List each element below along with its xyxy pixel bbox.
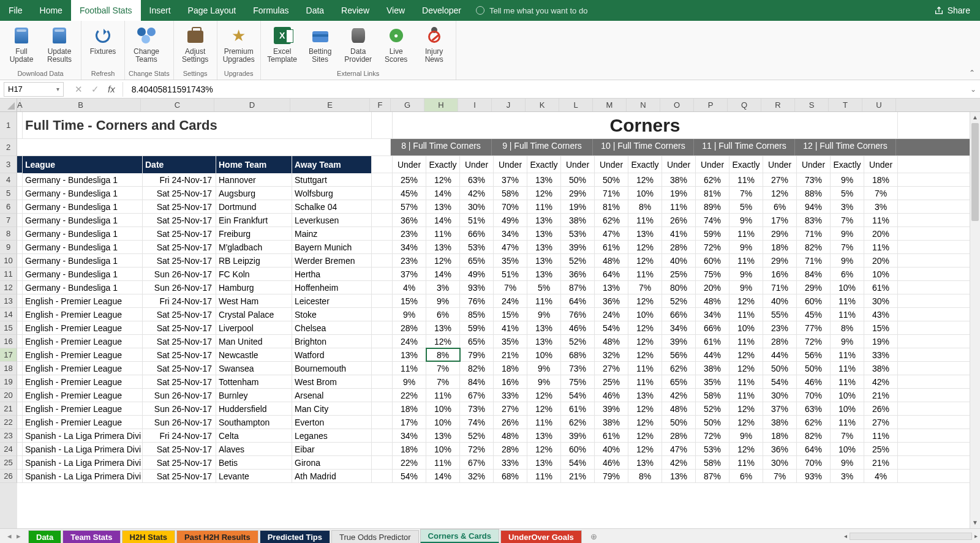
row-header-12[interactable]: 12 (0, 281, 17, 294)
row-header-19[interactable]: 19 (0, 375, 17, 389)
table-row[interactable]: English - Premier LeagueSat 25-Nov-17Tot… (17, 375, 980, 389)
column-header-D[interactable]: D (214, 99, 290, 111)
sheet-tab-predicted-tips[interactable]: Predicted Tips (260, 530, 330, 543)
table-row[interactable]: English - Premier LeagueSat 25-Nov-17Swa… (17, 362, 980, 375)
column-header-G[interactable]: G (391, 99, 424, 111)
change-teams-button[interactable]: ChangeTeams (129, 23, 164, 65)
add-sheet-button[interactable]: ⊕ (583, 530, 599, 543)
row-header-9[interactable]: 9 (0, 241, 17, 254)
sheet-tab-past-h2h-results[interactable]: Past H2H Results (176, 530, 258, 543)
update-results-button[interactable]: UpdateResults (42, 23, 77, 65)
row-header-16[interactable]: 16 (0, 335, 17, 348)
table-row[interactable]: Spanish - La Liga Primera DiviSat 25-Nov… (17, 443, 980, 456)
full-update-button[interactable]: FullUpdate (4, 23, 39, 65)
scroll-down-icon[interactable]: ▼ (970, 517, 980, 528)
sheet-tab-data[interactable]: Data (28, 530, 61, 543)
sheet-tab-true-odds-predictor[interactable]: True Odds Predictor (331, 530, 419, 543)
betting-sites-button[interactable]: BettingSites (303, 23, 338, 65)
tell-me-search[interactable]: Tell me what you want to do (476, 6, 587, 15)
sheet-tab-h2h-stats[interactable]: H2H Stats (122, 530, 175, 543)
sheet-nav[interactable]: ◂▸ (0, 529, 28, 543)
name-box-caret-icon[interactable]: ▾ (56, 86, 59, 92)
row-header-20[interactable]: 20 (0, 389, 17, 402)
column-header-I[interactable]: I (458, 99, 492, 111)
fx-icon[interactable]: fx (108, 84, 115, 94)
column-header-O[interactable]: O (660, 99, 694, 111)
table-row[interactable]: Germany - Bundesliga 1Sat 25-Nov-17Augsb… (17, 187, 980, 200)
sheet-tab-underover-goals[interactable]: UnderOver Goals (500, 530, 582, 543)
row-header-13[interactable]: 13 (0, 294, 17, 308)
table-row[interactable]: English - Premier LeagueSun 26-Nov-17Hud… (17, 402, 980, 416)
table-row[interactable]: English - Premier LeagueFri 24-Nov-17Wes… (17, 294, 980, 308)
column-header-P[interactable]: P (694, 99, 728, 111)
ribbon-tab-insert[interactable]: Insert (141, 0, 179, 21)
column-header-E[interactable]: E (290, 99, 370, 111)
row-header-4[interactable]: 4 (0, 173, 17, 187)
formula-bar-expand-icon[interactable]: ⌄ (967, 85, 980, 94)
row-header-24[interactable]: 24 (0, 443, 17, 456)
table-row[interactable]: Germany - Bundesliga 1Sun 26-Nov-17Hambu… (17, 281, 980, 294)
ribbon-collapse-icon[interactable]: ⌃ (969, 69, 975, 77)
table-row[interactable]: Spanish - La Liga Primera DiviSat 25-Nov… (17, 456, 980, 470)
row-header-23[interactable]: 23 (0, 429, 17, 443)
ribbon-tab-home[interactable]: Home (31, 0, 71, 21)
table-row[interactable]: English - Premier LeagueSat 25-Nov-17Liv… (17, 321, 980, 335)
table-row[interactable]: Germany - Bundesliga 1Sat 25-Nov-17Freib… (17, 227, 980, 241)
horizontal-scrollbar[interactable]: ◂▸ (600, 529, 980, 543)
injury-news-button[interactable]: InjuryNews (417, 23, 452, 65)
column-header-U[interactable]: U (862, 99, 896, 111)
ribbon-tab-view[interactable]: View (378, 0, 413, 21)
adjust-settings-button[interactable]: AdjustSettings (178, 23, 213, 65)
sheet-tab-team-stats[interactable]: Team Stats (62, 530, 120, 543)
row-header-14[interactable]: 14 (0, 308, 17, 321)
table-row[interactable]: English - Premier LeagueSun 26-Nov-17Sou… (17, 416, 980, 429)
ribbon-tab-page-layout[interactable]: Page Layout (179, 0, 245, 21)
row-header-15[interactable]: 15 (0, 321, 17, 335)
column-header-N[interactable]: N (627, 99, 660, 111)
row-header-11[interactable]: 11 (0, 268, 17, 281)
name-box[interactable]: H17 ▾ (4, 82, 64, 97)
column-header-T[interactable]: T (829, 99, 862, 111)
row-header-6[interactable]: 6 (0, 200, 17, 214)
cells-area[interactable]: Full Time - Corners and CardsCorners8 | … (17, 112, 980, 528)
table-row[interactable]: Spanish - La Liga Primera DiviSat 25-Nov… (17, 470, 980, 483)
fixtures-button[interactable]: Fixtures (85, 23, 121, 57)
row-header-3[interactable]: 3 (0, 156, 17, 173)
data-provider-button[interactable]: DataProvider (341, 23, 376, 65)
vertical-scrollbar[interactable]: ▲ ▼ (970, 112, 980, 528)
row-header-1[interactable]: 1 (0, 112, 17, 139)
table-row[interactable]: English - Premier LeagueSun 26-Nov-17Bur… (17, 389, 980, 402)
column-header-F[interactable]: F (370, 99, 391, 111)
table-row[interactable]: Germany - Bundesliga 1Sat 25-Nov-17Ein F… (17, 214, 980, 227)
column-header-B[interactable]: B (21, 99, 141, 111)
column-header-Q[interactable]: Q (728, 99, 761, 111)
column-header-L[interactable]: L (559, 99, 593, 111)
row-header-17[interactable]: 17 (0, 348, 17, 362)
ribbon-tab-formulas[interactable]: Formulas (244, 0, 297, 21)
column-header-R[interactable]: R (761, 99, 795, 111)
live-scores-button[interactable]: ●LiveScores (379, 23, 414, 65)
sheet-tab-corners-cards[interactable]: Corners & Cards (420, 529, 499, 543)
ribbon-tab-developer[interactable]: Developer (413, 0, 470, 21)
ribbon-tab-football-stats[interactable]: Football Stats (71, 0, 141, 21)
ribbon-tab-data[interactable]: Data (298, 0, 333, 21)
column-header-K[interactable]: K (526, 99, 559, 111)
table-row[interactable]: Germany - Bundesliga 1Sat 25-Nov-17Dortm… (17, 200, 980, 214)
row-header-25[interactable]: 25 (0, 456, 17, 470)
table-row[interactable]: Germany - Bundesliga 1Sat 25-Nov-17M'gla… (17, 241, 980, 254)
row-header-5[interactable]: 5 (0, 187, 17, 200)
row-header-18[interactable]: 18 (0, 362, 17, 375)
formula-cancel-icon[interactable]: ✕ (75, 84, 83, 95)
column-header-J[interactable]: J (492, 99, 526, 111)
share-button[interactable]: Share (924, 6, 980, 15)
table-row[interactable]: English - Premier LeagueSat 25-Nov-17Man… (17, 335, 980, 348)
table-row[interactable]: Germany - Bundesliga 1Sat 25-Nov-17RB Le… (17, 254, 980, 268)
row-header-2[interactable]: 2 (0, 139, 17, 156)
formula-input[interactable]: 8.40405811591743% (123, 82, 967, 97)
table-row[interactable]: Germany - Bundesliga 1Fri 24-Nov-17Hanno… (17, 173, 980, 187)
table-row[interactable]: Germany - Bundesliga 1Sun 26-Nov-17FC Ko… (17, 268, 980, 281)
formula-accept-icon[interactable]: ✓ (91, 84, 99, 95)
row-header-8[interactable]: 8 (0, 227, 17, 241)
column-header-M[interactable]: M (593, 99, 627, 111)
column-header-H[interactable]: H (424, 99, 458, 111)
